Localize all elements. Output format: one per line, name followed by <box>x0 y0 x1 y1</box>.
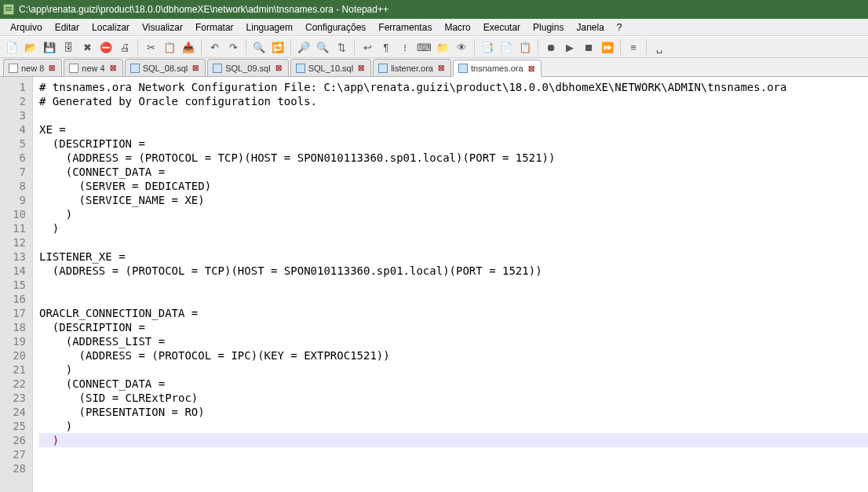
tab-sql-10-sql[interactable]: SQL_10.sql⊠ <box>290 59 371 76</box>
copy-button[interactable]: 📋 <box>161 38 178 56</box>
code-line[interactable]: ) <box>39 207 868 221</box>
code-line[interactable]: ) <box>39 363 868 377</box>
open-file-button[interactable]: 📂 <box>22 38 39 56</box>
undo-button[interactable]: ↶ <box>206 38 223 56</box>
menu-janela[interactable]: Janela <box>571 20 609 35</box>
redo-button[interactable]: ↷ <box>224 38 242 56</box>
code-line[interactable]: ORACLR_CONNECTION_DATA = <box>39 306 868 320</box>
close-icon[interactable]: ⊠ <box>527 64 536 73</box>
code-line[interactable]: (SID = CLRExtProc) <box>39 391 868 405</box>
code-line[interactable]: (DESCRIPTION = <box>39 137 868 151</box>
code-line[interactable]: (PRESENTATION = RO) <box>39 405 868 419</box>
menu-arquivo[interactable]: Arquivo <box>5 20 48 35</box>
code-line[interactable]: (ADDRESS = (PROTOCOL = TCP)(HOST = SPON0… <box>39 264 868 278</box>
code-line[interactable]: ) <box>39 221 868 235</box>
save-all-button[interactable]: 🗄 <box>60 38 77 56</box>
close-file-button[interactable]: ✖ <box>78 38 96 56</box>
sync-v-button[interactable]: ⇅ <box>333 38 350 56</box>
code-line[interactable]: (ADDRESS = (PROTOCOL = IPC)(KEY = EXTPRO… <box>39 348 868 363</box>
menu-macro[interactable]: Macro <box>439 20 476 35</box>
close-icon[interactable]: ⊠ <box>191 64 200 72</box>
code-area[interactable]: # tnsnames.ora Network Configuration Fil… <box>33 77 868 492</box>
cut-button[interactable]: ✂ <box>142 38 159 56</box>
menu-visualizar[interactable]: Visualizar <box>137 20 188 35</box>
file-icon <box>69 64 78 73</box>
code-line[interactable]: (DESCRIPTION = <box>39 320 868 334</box>
code-line[interactable] <box>39 278 868 292</box>
code-line[interactable]: ) <box>39 419 868 433</box>
menu-localizar[interactable]: Localizar <box>86 20 135 35</box>
code-line[interactable] <box>39 108 868 122</box>
menu-ferramentas[interactable]: Ferramentas <box>373 20 437 35</box>
toolbar-separator <box>137 39 138 55</box>
code-line[interactable]: (SERVER = DEDICATED) <box>39 179 868 193</box>
record-macro-button[interactable]: ⏺ <box>542 38 560 56</box>
close-icon[interactable]: ⊠ <box>274 64 283 72</box>
close-icon[interactable]: ⊠ <box>436 64 446 72</box>
code-line[interactable]: ) <box>39 433 868 447</box>
line-number-gutter: 1234567891011121314151617181920212223242… <box>0 77 33 492</box>
line-number: 6 <box>0 151 27 165</box>
code-line[interactable]: (SERVICE_NAME = XE) <box>39 193 868 207</box>
line-number: 3 <box>0 108 27 122</box>
tab-new-4[interactable]: new 4⊠ <box>64 59 122 76</box>
close-icon[interactable]: ⊠ <box>356 64 366 72</box>
find-button[interactable]: 🔍 <box>250 38 268 56</box>
save-file-button[interactable]: 💾 <box>41 38 58 56</box>
code-line[interactable] <box>39 235 868 250</box>
new-file-button[interactable]: 📄 <box>3 38 20 56</box>
tab-new-8[interactable]: new 8⊠ <box>3 59 62 76</box>
folder-button[interactable]: 📁 <box>434 38 451 56</box>
close-icon[interactable]: ⊠ <box>108 64 118 72</box>
close-icon[interactable]: ⊠ <box>47 64 57 72</box>
code-line[interactable]: # tnsnames.ora Network Configuration Fil… <box>39 80 868 94</box>
code-line[interactable] <box>39 461 868 476</box>
tab-sql-08-sql[interactable]: SQL_08.sql⊠ <box>125 59 206 76</box>
tab-tnsnames-ora[interactable]: tnsnames.ora⊠ <box>453 60 542 77</box>
code-line[interactable]: (ADDRESS_LIST = <box>39 334 868 348</box>
toolbar: 📄📂💾🗄✖⛔🖨✂📋📥↶↷🔍🔁🔎🔍⇅↩¶⫶⌨📁👁📑📄📋⏺▶⏹⏩≡␣ <box>0 36 868 58</box>
playback-button[interactable]: ⏩ <box>599 38 616 56</box>
indent-guide-button[interactable]: ⫶ <box>396 38 414 56</box>
code-line[interactable]: # Generated by Oracle configuration tool… <box>39 94 868 108</box>
close-all-button[interactable]: ⛔ <box>97 38 115 56</box>
code-line[interactable]: (ADDRESS = (PROTOCOL = TCP)(HOST = SPON0… <box>39 151 868 165</box>
lang-button[interactable]: ⌨ <box>415 38 432 56</box>
zoom-out-button[interactable]: 🔍 <box>314 38 331 56</box>
paste-button[interactable]: 📥 <box>180 38 197 56</box>
menu-editar[interactable]: Editar <box>49 20 85 35</box>
toggle-1-button[interactable]: 📑 <box>479 38 496 56</box>
toggle-3-button[interactable]: 📋 <box>516 38 534 56</box>
monitor-button[interactable]: 👁 <box>453 38 470 56</box>
replace-button[interactable]: 🔁 <box>269 38 286 56</box>
app-icon <box>3 4 14 15</box>
word-wrap-button[interactable]: ↩ <box>359 38 376 56</box>
menu-plugins[interactable]: Plugins <box>527 20 569 35</box>
file-icon <box>296 64 305 73</box>
code-line[interactable]: XE = <box>39 122 868 137</box>
zoom-in-button[interactable]: 🔎 <box>295 38 312 56</box>
tab-label: tnsnames.ora <box>471 64 523 73</box>
spaces-button[interactable]: ␣ <box>651 38 668 56</box>
line-number: 28 <box>0 461 27 476</box>
toolbar-separator <box>646 39 647 55</box>
menu-executar[interactable]: Executar <box>478 20 526 35</box>
code-line[interactable]: LISTENER_XE = <box>39 250 868 264</box>
line-number: 4 <box>0 122 27 137</box>
print-button[interactable]: 🖨 <box>116 38 133 56</box>
toggle-2-button[interactable]: 📄 <box>498 38 515 56</box>
menu-linguagem[interactable]: Linguagem <box>241 20 298 35</box>
code-line[interactable] <box>39 447 868 461</box>
code-line[interactable]: (CONNECT_DATA = <box>39 377 868 391</box>
code-line[interactable]: (CONNECT_DATA = <box>39 165 868 179</box>
menu-help[interactable]: ? <box>611 20 628 35</box>
play-macro-button[interactable]: ▶ <box>561 38 578 56</box>
menu-formatar[interactable]: Formatar <box>190 20 239 35</box>
menu-configuracoes[interactable]: Configurações <box>300 20 371 35</box>
code-line[interactable] <box>39 292 868 306</box>
show-all-chars-button[interactable]: ¶ <box>377 38 395 56</box>
tab-sql-09-sql[interactable]: SQL_09.sql⊠ <box>207 59 288 76</box>
stop-macro-button[interactable]: ⏹ <box>580 38 597 56</box>
tab-listener-ora[interactable]: listener.ora⊠ <box>373 59 451 76</box>
hide-lines-button[interactable]: ≡ <box>625 38 642 56</box>
